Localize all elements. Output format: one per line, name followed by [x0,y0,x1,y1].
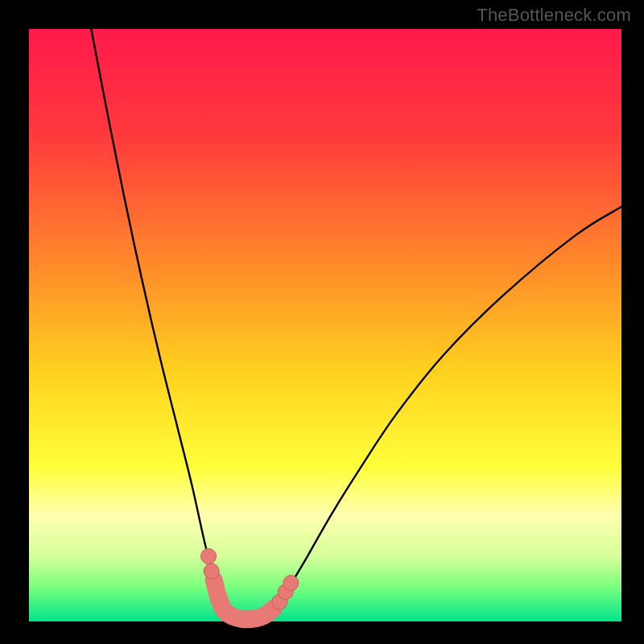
plot-background [29,29,621,621]
bottleneck-chart [0,0,644,644]
watermark-label: TheBottleneck.com [477,5,631,26]
data-marker [204,564,219,579]
chart-frame: TheBottleneck.com [0,0,644,644]
data-marker [283,576,299,591]
data-marker [200,548,216,564]
